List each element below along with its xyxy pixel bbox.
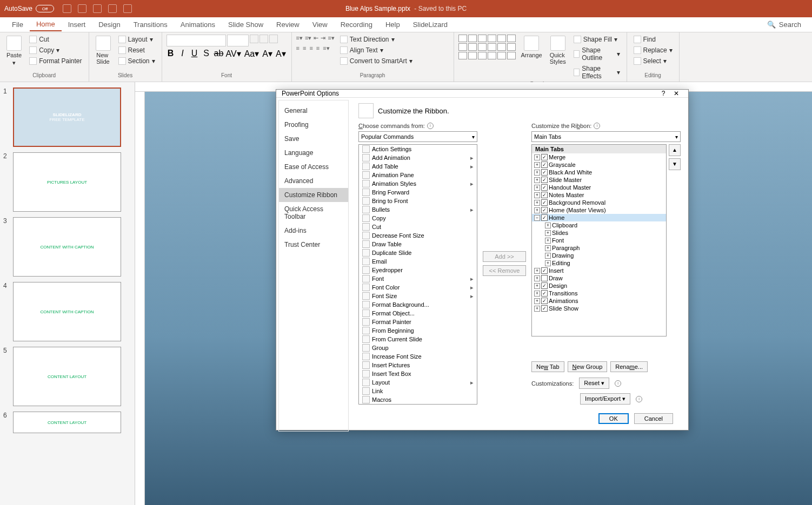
- ok-button[interactable]: OK: [598, 413, 629, 424]
- command-item[interactable]: Add Table▸: [359, 162, 477, 171]
- font-size-input[interactable]: [227, 35, 249, 46]
- clear-format-icon[interactable]: [269, 35, 278, 43]
- expander-icon[interactable]: +: [534, 298, 540, 304]
- ribbon-tabs-tree[interactable]: Main Tabs +✓Merge+✓Grayscale+✓Black And …: [531, 144, 667, 336]
- command-item[interactable]: Add Animation▸: [359, 153, 477, 162]
- bullets-button[interactable]: ≡▾: [296, 35, 303, 42]
- sidebar-item-save[interactable]: Save: [279, 132, 348, 146]
- import-export-button[interactable]: Import/Export ▾: [580, 393, 630, 405]
- command-item[interactable]: Copy: [359, 214, 477, 223]
- tab-design[interactable]: Design: [92, 18, 127, 31]
- tree-item[interactable]: +✓Home (Master Views): [532, 206, 666, 214]
- convert-smartart-button[interactable]: Convert to SmartArt ▾: [338, 56, 415, 66]
- columns-button[interactable]: ≡▾: [323, 45, 329, 52]
- command-item[interactable]: Font Size▸: [359, 292, 477, 300]
- tree-item[interactable]: +Draw: [532, 274, 666, 282]
- info-icon[interactable]: i: [615, 380, 621, 387]
- checkbox[interactable]: ✓: [541, 214, 548, 221]
- format-painter-button[interactable]: Format Painter: [27, 56, 84, 66]
- align-center-button[interactable]: ≡: [303, 45, 306, 52]
- slide-thumb-6[interactable]: CONTENT LAYOUT: [13, 412, 121, 433]
- replace-button[interactable]: Replace ▾: [631, 45, 675, 55]
- tab-home[interactable]: Home: [30, 18, 62, 31]
- slide-thumb-1[interactable]: SLIDELIZARDFREE TEMPLATE: [13, 87, 121, 147]
- tree-item[interactable]: +✓Black And White: [532, 169, 666, 176]
- command-item[interactable]: Animation Pane: [359, 171, 477, 179]
- expander-icon[interactable]: +: [534, 275, 540, 281]
- command-item[interactable]: Bullets▸: [359, 205, 477, 214]
- command-item[interactable]: Font▸: [359, 274, 477, 283]
- tree-item[interactable]: +✓Grayscale: [532, 161, 666, 169]
- new-group-button[interactable]: New Group: [568, 361, 608, 372]
- tell-me-search[interactable]: 🔍 Search: [767, 21, 801, 29]
- remove-button[interactable]: << Remove: [483, 265, 526, 276]
- expander-icon[interactable]: +: [534, 200, 540, 206]
- checkbox[interactable]: ✓: [541, 192, 548, 198]
- tree-subitem[interactable]: +Paragraph: [532, 244, 666, 252]
- slide-thumbnail-panel[interactable]: 1SLIDELIZARDFREE TEMPLATE 2PICTURES LAYO…: [0, 82, 135, 505]
- sidebar-item-customize-ribbon[interactable]: Customize Ribbon: [279, 188, 348, 202]
- italic-button[interactable]: I: [178, 49, 187, 59]
- checkbox[interactable]: ✓: [541, 199, 548, 206]
- command-item[interactable]: Bring to Front: [359, 197, 477, 205]
- dialog-help-button[interactable]: ?: [657, 90, 670, 97]
- expander-icon[interactable]: +: [545, 260, 551, 266]
- tree-item[interactable]: +✓Insert: [532, 267, 666, 274]
- tree-subitem[interactable]: +Clipboard: [532, 221, 666, 229]
- select-button[interactable]: Select ▾: [631, 56, 675, 66]
- customize-ribbon-dropdown[interactable]: Main Tabs: [531, 131, 681, 142]
- command-item[interactable]: From Current Slide: [359, 335, 477, 344]
- commands-listbox[interactable]: Action SettingsAdd Animation▸Add Table▸A…: [358, 144, 477, 405]
- checkbox[interactable]: ✓: [541, 282, 548, 289]
- tree-subitem[interactable]: +Editing: [532, 259, 666, 267]
- autosave-toggle[interactable]: Off: [36, 5, 54, 12]
- command-item[interactable]: Font Color▸: [359, 283, 477, 292]
- tab-help[interactable]: Help: [379, 18, 407, 31]
- expander-icon[interactable]: +: [534, 154, 540, 160]
- sidebar-item-ease-of-access[interactable]: Ease of Access: [279, 160, 348, 174]
- info-icon[interactable]: i: [636, 396, 642, 402]
- command-item[interactable]: Action Settings: [359, 145, 477, 153]
- redo-icon[interactable]: [93, 4, 102, 13]
- move-down-button[interactable]: ▼: [669, 158, 681, 170]
- sidebar-item-advanced[interactable]: Advanced: [279, 174, 348, 188]
- expander-icon[interactable]: +: [534, 291, 540, 297]
- expander-icon[interactable]: +: [534, 283, 540, 289]
- font-highlight-button[interactable]: A▾: [262, 49, 272, 59]
- find-button[interactable]: Find: [631, 35, 675, 44]
- tab-insert[interactable]: Insert: [62, 18, 92, 31]
- undo-icon[interactable]: [78, 4, 86, 13]
- shape-effects-button[interactable]: Shape Effects ▾: [571, 64, 622, 81]
- command-item[interactable]: Group: [359, 344, 477, 352]
- add-button[interactable]: Add >>: [483, 251, 526, 262]
- underline-button[interactable]: U: [190, 49, 199, 59]
- qat-more-icon[interactable]: [123, 4, 132, 13]
- rename-button[interactable]: Rename...: [610, 361, 648, 372]
- slide-thumb-2[interactable]: PICTURES LAYOUT: [13, 152, 121, 212]
- tree-item[interactable]: +✓Design: [532, 282, 666, 289]
- tree-item[interactable]: −✓Home: [532, 214, 666, 221]
- tree-item[interactable]: +✓Handout Master: [532, 184, 666, 191]
- slide-thumb-5[interactable]: CONTENT LAYOUT: [13, 347, 121, 406]
- align-right-button[interactable]: ≡: [309, 45, 312, 52]
- tree-subitem[interactable]: +Drawing: [532, 252, 666, 259]
- expander-icon[interactable]: +: [534, 207, 540, 213]
- command-item[interactable]: Insert Pictures: [359, 361, 477, 369]
- save-icon[interactable]: [63, 4, 71, 13]
- command-item[interactable]: Eyedropper: [359, 266, 477, 274]
- expander-icon[interactable]: +: [534, 268, 540, 274]
- start-from-beginning-icon[interactable]: [108, 4, 117, 13]
- command-item[interactable]: Bring Forward: [359, 188, 477, 197]
- tree-item[interactable]: +✓Animations: [532, 297, 666, 305]
- command-item[interactable]: Email: [359, 257, 477, 266]
- expander-icon[interactable]: +: [545, 245, 551, 251]
- reset-button[interactable]: Reset ▾: [579, 378, 609, 389]
- shadow-button[interactable]: S: [202, 49, 211, 59]
- tree-item[interactable]: +✓Slide Master: [532, 176, 666, 184]
- expander-icon[interactable]: +: [534, 306, 540, 312]
- expander-icon[interactable]: +: [534, 192, 540, 198]
- expander-icon[interactable]: +: [545, 230, 551, 236]
- font-color-button[interactable]: A▾: [276, 49, 286, 59]
- tab-slide-show[interactable]: Slide Show: [222, 18, 270, 31]
- command-item[interactable]: Format Painter: [359, 318, 477, 326]
